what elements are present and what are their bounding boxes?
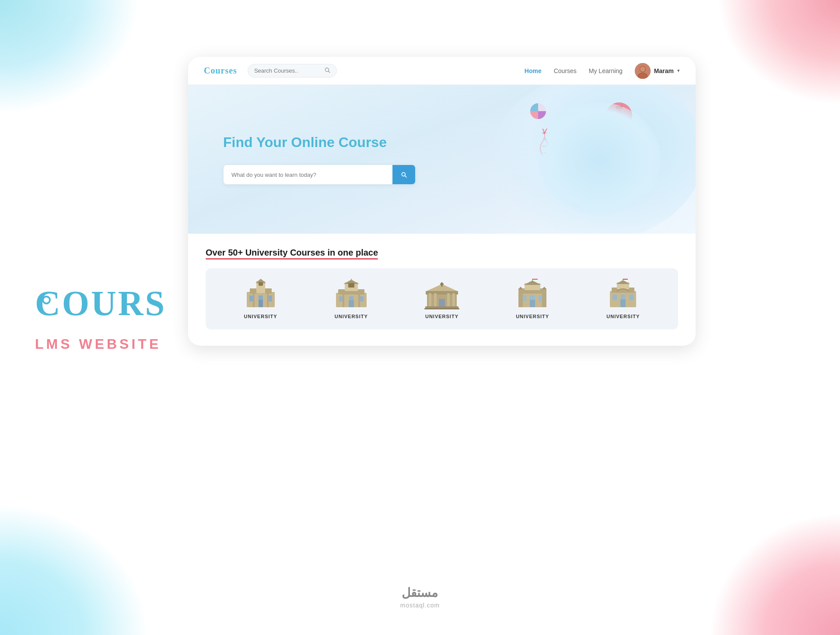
nav-search-icon[interactable]: [324, 67, 330, 74]
nav-username: Maram: [654, 67, 674, 74]
svg-rect-78: [434, 293, 437, 307]
svg-marker-97: [542, 287, 546, 289]
university-label-1: UNIVERSITY: [244, 314, 277, 319]
bg-blob-tr: [718, 0, 840, 105]
university-label-2: UNIVERSITY: [335, 314, 368, 319]
hero-search-input[interactable]: [224, 165, 392, 184]
nav-link-courses[interactable]: Courses: [554, 67, 577, 74]
hero-section: Find Your Online Course: [188, 85, 696, 234]
svg-rect-67: [349, 300, 354, 307]
svg-rect-102: [612, 295, 617, 300]
svg-rect-80: [452, 293, 455, 307]
svg-marker-101: [616, 280, 630, 284]
nav-links: Home Courses My Learning: [525, 67, 623, 74]
university-item-4[interactable]: UNIVERSITY: [515, 279, 550, 319]
svg-rect-107: [623, 279, 628, 280]
nav-search-input[interactable]: [254, 67, 324, 74]
svg-rect-83: [424, 308, 459, 309]
bg-blob-bl: [0, 504, 149, 635]
universities-section: Over 50+ University Courses in one place: [188, 234, 696, 342]
brand-logo-large: COURSES: [35, 283, 166, 328]
university-item-2[interactable]: UNIVERSITY: [334, 279, 369, 319]
nav-chevron-icon: ▾: [677, 68, 680, 74]
svg-rect-63: [348, 283, 354, 288]
svg-rect-94: [518, 288, 523, 307]
svg-rect-79: [447, 293, 450, 307]
hero-search-button[interactable]: [392, 165, 415, 184]
section-title-text: Over 50+ University Courses in one place: [206, 248, 378, 258]
university-item-1[interactable]: UNIVERSITY: [243, 279, 278, 319]
svg-point-8: [640, 67, 645, 72]
svg-rect-82: [425, 306, 458, 308]
hero-search-bar[interactable]: [223, 165, 416, 185]
nav-user[interactable]: Maram ▾: [635, 63, 680, 79]
university-label-4: UNIVERSITY: [516, 314, 549, 319]
footer-url: mostaql.com: [400, 602, 440, 609]
nav-search[interactable]: [248, 64, 337, 77]
bg-blob-br: [709, 512, 840, 635]
svg-marker-87: [524, 281, 541, 285]
svg-rect-77: [429, 293, 431, 307]
university-label-5: UNIVERSITY: [606, 314, 640, 319]
university-label-3: UNIVERSITY: [425, 314, 458, 319]
nav-logo: Courses: [204, 66, 237, 76]
footer-logo: مستقل: [400, 586, 440, 600]
university-item-5[interactable]: UNIVERSITY: [606, 279, 640, 319]
svg-point-2: [44, 297, 49, 302]
svg-rect-105: [620, 299, 626, 307]
navbar: Courses Home Courses My Learning: [188, 57, 696, 85]
svg-rect-69: [358, 293, 360, 307]
svg-rect-55: [253, 292, 255, 307]
svg-line-4: [329, 71, 330, 73]
nav-link-mylearning[interactable]: My Learning: [589, 67, 623, 74]
svg-rect-91: [530, 300, 535, 307]
main-card: Courses Home Courses My Learning: [188, 57, 696, 346]
svg-rect-104: [629, 295, 634, 300]
university-item-3[interactable]: UNIVERSITY: [424, 279, 459, 319]
svg-rect-54: [259, 300, 263, 307]
svg-marker-96: [518, 287, 523, 289]
svg-rect-68: [343, 293, 344, 307]
svg-rect-56: [267, 292, 269, 307]
left-brand-area: COURSES LMS WEBSITE: [35, 283, 166, 352]
bg-blob-tl: [0, 0, 140, 114]
universities-grid: UNIVERSITY: [206, 268, 678, 330]
svg-rect-93: [532, 279, 538, 280]
hero-illustration: [529, 89, 669, 229]
nav-link-home[interactable]: Home: [525, 67, 542, 74]
hero-content: Find Your Online Course: [188, 134, 451, 185]
lms-label: LMS WEBSITE: [35, 336, 161, 352]
avatar: [635, 63, 651, 79]
svg-text:COURSES: COURSES: [35, 284, 166, 322]
footer-area: مستقل mostaql.com: [400, 586, 440, 609]
hero-title: Find Your Online Course: [223, 134, 416, 151]
svg-rect-50: [259, 282, 263, 286]
section-title: Over 50+ University Courses in one place: [206, 248, 678, 258]
svg-rect-95: [542, 288, 546, 307]
svg-rect-81: [439, 299, 445, 307]
